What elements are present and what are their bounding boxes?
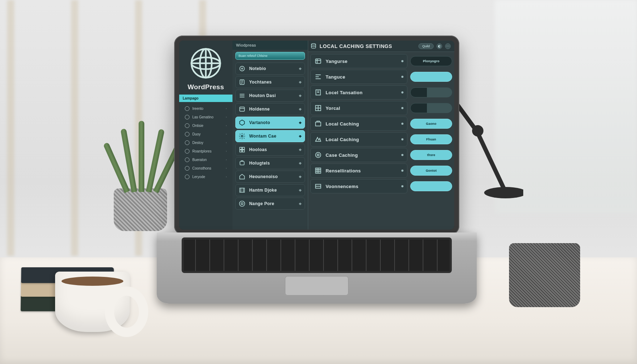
setting-label: Rensellirations [310,164,407,178]
setting-row: Yorcal [310,101,452,115]
nav-item-icon [185,157,189,162]
menu-item-label: Heounenoiso [249,174,278,179]
header-help-icon[interactable]: ◐ [437,43,442,49]
nav-item-icon [185,175,189,179]
chevron-right-icon: › [226,107,227,110]
menu-item-icon [239,133,246,140]
nav-item-icon [185,140,189,145]
setting-label: Yorcal [310,101,407,115]
nav-item-label: Leryode [192,175,205,179]
menu-item[interactable]: Houton Dasi❖ [235,90,305,102]
svg-rect-14 [242,147,245,149]
setting-icon [314,73,322,81]
setting-control[interactable] [410,87,452,97]
nav-item[interactable]: Duoy› [181,130,230,138]
setting-label-text: Local Caching [326,121,359,127]
main-pane: LOCAL CACHING SETTINGS Quild ◐ ⋯ Yangurs… [308,41,454,230]
menu-item[interactable]: Yochtanes❖ [235,76,305,88]
setting-row: Locel Tansation [310,85,452,100]
nav-item[interactable]: Ireento› [181,105,230,113]
header-pill[interactable]: Quild [418,43,434,49]
setting-dot-icon [401,76,403,78]
coffee-mug [55,272,130,332]
main-header: LOCAL CACHING SETTINGS Quild ◐ ⋯ [308,41,454,52]
search-input[interactable]: Buan refetof Chlsine [235,52,305,60]
nav-item[interactable]: Ontisie› [181,122,230,130]
nav-item[interactable]: Leryode› [181,173,230,181]
setting-dot-icon [401,107,403,109]
nav-active-item[interactable]: Lampago [179,95,232,102]
setting-label-text: Locel Tansation [326,90,363,95]
menu-item-label: Houton Dasi [249,93,276,98]
menu-item[interactable]: Notebio❖ [235,63,305,75]
svg-point-2 [472,125,483,136]
setting-dot-icon [401,60,403,62]
setting-icon [314,151,322,159]
nav-item[interactable]: Bueraton› [181,156,230,164]
setting-label: Voonnencems [310,179,407,193]
chevron-icon: ❖ [299,148,302,152]
chevron-icon: ❖ [299,80,302,84]
menu-item[interactable]: Heounenoiso❖ [235,171,305,183]
menu-item[interactable]: Hantm Djoke❖ [235,184,305,196]
nav-item-label: Bueraton [192,158,207,162]
setting-label: Tanguce [310,70,407,84]
menu-item[interactable]: Holugtels❖ [235,157,305,169]
svg-rect-18 [240,188,244,192]
chevron-icon: ❖ [299,188,302,192]
svg-point-19 [240,201,245,207]
header-settings-icon[interactable]: ⋯ [445,43,451,49]
setting-control[interactable] [410,72,452,82]
nav-item-label: Ireento [192,107,203,111]
menu-item[interactable]: Wontam Cae❖ [235,130,305,142]
menu-item[interactable]: Holdenne❖ [235,103,305,115]
setting-control[interactable]: Gontot [410,166,452,176]
chevron-right-icon: › [226,116,227,119]
nav-item[interactable]: Las Genatino› [181,113,230,121]
menu-item-label: Hantm Djoke [249,188,277,193]
menu-item[interactable]: Nange Pore❖ [235,198,305,210]
chevron-icon: ❖ [299,107,302,111]
setting-control[interactable] [410,181,452,191]
nav-item[interactable]: Destoy› [181,139,230,147]
setting-icon [314,104,322,112]
laptop-keyboard [157,232,477,304]
setting-control[interactable]: Fhuan [410,134,452,144]
menu-item-label: Holugtels [249,161,270,166]
nav-item-label: Coonsthons [192,166,211,170]
chevron-icon: ❖ [299,67,302,71]
setting-dot-icon [401,154,403,156]
setting-control[interactable]: Gaono [410,119,452,129]
setting-row: YangursePlonyogro [310,54,452,68]
setting-control[interactable]: thsre [410,150,452,160]
setting-label-text: Rensellirations [326,168,361,173]
setting-control[interactable]: Plonyogro [410,56,452,66]
menu-item-label: Notebio [249,66,266,71]
setting-icon [314,182,322,190]
setting-dot-icon [401,123,403,125]
chevron-icon: ❖ [299,175,302,179]
setting-label: Case Caching [310,148,407,162]
nav-item-icon [185,123,189,128]
setting-label-text: Yangurse [326,59,348,64]
setting-label: Yangurse [310,54,407,68]
chevron-icon: ❖ [299,94,302,98]
svg-point-20 [311,43,316,45]
setting-control[interactable] [410,103,452,113]
setting-label-text: Voonnencems [326,184,358,189]
menu-item-icon [239,200,246,207]
nav-item[interactable]: Coonsthons› [181,164,230,172]
svg-rect-27 [316,168,321,173]
menu-item-label: Holdenne [249,107,270,112]
database-icon [310,43,317,49]
menu-items: Notebio❖Yochtanes❖Houton Dasi❖Holdenne❖V… [232,61,308,211]
menu-item[interactable]: Hooloas❖ [235,144,305,156]
nav-item[interactable]: Roantplores› [181,147,230,155]
app-window: WordPress Lampago Ireento›Las Genatino›O… [179,41,454,230]
background-window [495,0,637,213]
svg-point-25 [316,152,321,158]
chevron-icon: ❖ [299,121,302,125]
menu-item[interactable]: Vartanoto❖ [235,117,305,129]
settings-list: YangursePlonyogroTanguceLocel TansationY… [308,52,454,193]
menu-item-icon [239,65,246,72]
